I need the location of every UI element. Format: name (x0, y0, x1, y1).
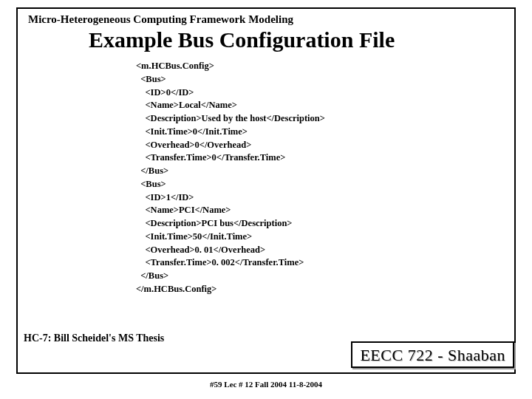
course-badge: EECC 722 - Shaaban (351, 341, 514, 368)
section-header: Micro-Heterogeneous Computing Framework … (18, 9, 514, 26)
course-label: EECC 722 - Shaaban (360, 346, 505, 364)
slide-title: Example Bus Configuration File (18, 26, 514, 60)
slide-frame: Micro-Heterogeneous Computing Framework … (16, 7, 516, 374)
slide-footer: #59 Lec # 12 Fall 2004 11-8-2004 (0, 380, 532, 389)
thesis-credit: HC-7: Bill Scheidel's MS Thesis (24, 332, 164, 344)
config-code-block: <m.HCBus.Config> <Bus> <ID>0</ID> <Name>… (18, 60, 514, 296)
